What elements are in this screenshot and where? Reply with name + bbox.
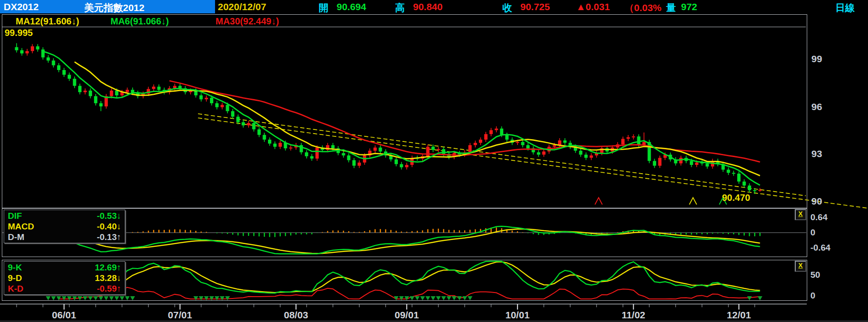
quote-date: 2020/12/07 [218, 1, 266, 12]
peak-price-label: 99.995 [5, 28, 33, 38]
dif-label: DIF [8, 211, 22, 221]
symbol-name: 美元指數2012 [84, 1, 145, 14]
ma12-legend: MA12(91.606↓) [16, 16, 79, 27]
svg-text:06/01: 06/01 [52, 310, 76, 320]
price-tick-93: 93 [811, 148, 822, 159]
close-label: 收 [502, 1, 512, 14]
dm-value: -0.13↑ [97, 232, 121, 242]
trading-app-window: 06/0107/0108/0309/0110/0111/0212/01 DX20… [0, 0, 868, 322]
dm-label: D-M [8, 232, 24, 242]
kd-diff-label: K-D [8, 283, 23, 294]
dif-value: -0.53↓ [97, 211, 121, 221]
macd-legend-box: DIF -0.53↓ MACD -0.40↓ D-M -0.13↑ [4, 210, 125, 243]
svg-text:09/01: 09/01 [395, 310, 419, 320]
d-label: 9-D [8, 273, 22, 283]
price-tick-99: 99 [811, 53, 822, 64]
svg-text:10/01: 10/01 [506, 310, 530, 320]
change-percent: （0.03% [624, 1, 662, 14]
svg-text:08/03: 08/03 [284, 310, 309, 320]
macd-label: MACD [8, 221, 34, 232]
volume-label: 量 [666, 1, 676, 14]
macd-value: -0.40↓ [97, 221, 121, 232]
chart-canvas[interactable]: 06/0107/0108/0309/0110/0111/0212/01 [0, 0, 868, 322]
price-tick-90: 90 [811, 196, 822, 207]
high-value: 90.840 [413, 1, 443, 12]
kd-tick-0: 0 [810, 291, 816, 301]
svg-text:12/01: 12/01 [727, 310, 751, 320]
ma30-legend: MA30(92.449↓) [216, 16, 279, 27]
volume-value: 972 [681, 1, 697, 12]
k-label: 9-K [8, 262, 22, 273]
ma6-legend: MA6(91.066↓) [111, 16, 169, 27]
svg-text:11/02: 11/02 [622, 310, 645, 320]
k-value: 12.69↑ [95, 262, 121, 273]
kd-legend-box: 9-K 12.69↑ 9-D 13.28↓ K-D -0.59↑ [4, 261, 125, 295]
svg-text:07/01: 07/01 [168, 310, 192, 320]
kd-close-button[interactable]: X [795, 261, 806, 272]
price-tick-96: 96 [811, 101, 822, 112]
last-low-price-label: 90.470 [722, 193, 750, 203]
d-value: 13.28↓ [95, 273, 121, 283]
high-label: 高 [395, 1, 405, 14]
open-value: 90.694 [337, 1, 366, 12]
kd-diff-value: -0.59↑ [97, 283, 121, 294]
header-bar: DX2012 美元指數2012 2020/12/07 開 90.694 高 90… [0, 0, 868, 14]
change-value: ▲0.031 [576, 1, 610, 12]
open-label: 開 [319, 1, 328, 14]
symbol-code: DX2012 [4, 1, 39, 12]
macd-tick-neg: -0.64 [810, 243, 830, 253]
close-value: 90.725 [520, 1, 550, 12]
kd-tick-50: 50 [810, 270, 820, 280]
macd-tick-zero: 0 [810, 228, 816, 238]
macd-close-button[interactable]: X [795, 209, 806, 220]
macd-tick-pos: 0.64 [810, 212, 827, 222]
period-label[interactable]: 日線 [835, 1, 855, 14]
